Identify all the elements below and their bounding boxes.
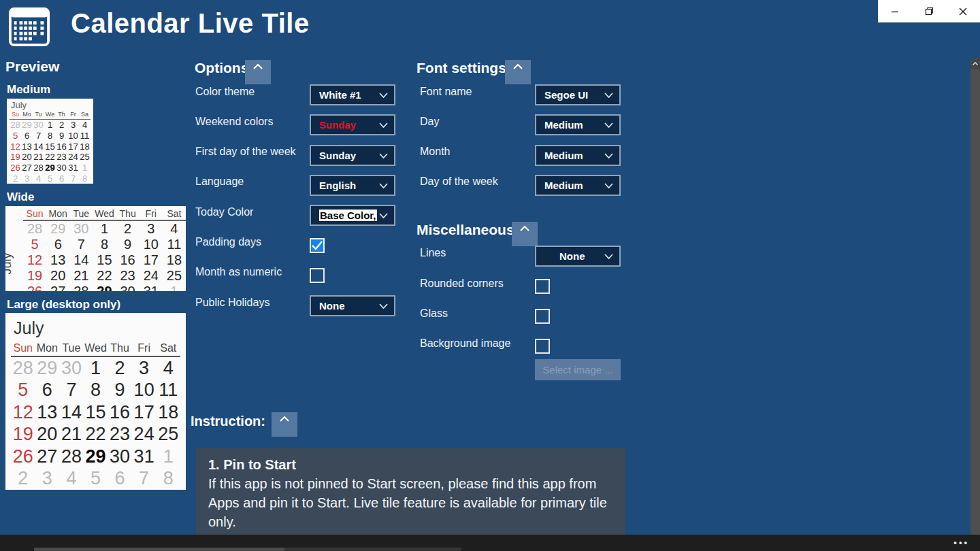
weekday-header-cell: Mon — [35, 340, 60, 356]
day-cell: 26 — [23, 284, 46, 291]
day-cell: 9 — [56, 131, 67, 141]
public-holidays-value: None — [319, 300, 345, 312]
padding-days-label: Padding days — [195, 236, 261, 248]
vertical-scrollbar[interactable] — [970, 58, 980, 535]
month-numeric-checkbox[interactable] — [310, 268, 325, 283]
glass-checkbox[interactable] — [535, 309, 550, 324]
public-holidays-select[interactable]: None — [310, 295, 395, 316]
day-cell: 22 — [44, 152, 56, 162]
weekday-header-cell: Wed — [84, 340, 108, 356]
tile-weekday-header: SunMonTueWedThuFriSat — [23, 207, 186, 221]
day-cell: 23 — [108, 424, 132, 445]
day-cell: 12 — [23, 252, 46, 268]
day-cell: 14 — [33, 141, 44, 152]
rounded-corners-label: Rounded corners — [420, 278, 504, 290]
chevron-down-icon — [379, 93, 388, 98]
day-cell: 30 — [69, 221, 93, 237]
tile-weekday-header: SuMoTuWeThFrSa — [10, 111, 91, 120]
close-button[interactable] — [946, 0, 980, 22]
day-cell: 18 — [156, 402, 180, 423]
day-cell: 23 — [56, 152, 67, 162]
font-name-select[interactable]: Segoe UI — [535, 84, 621, 105]
miscellaneous-collapse-button[interactable] — [512, 222, 538, 246]
background-image-checkbox[interactable] — [535, 339, 550, 354]
window-controls — [878, 0, 980, 22]
day-cell: 3 — [132, 358, 157, 379]
public-holidays-label: Public Holidays — [195, 297, 270, 309]
day-cell: 16 — [108, 402, 132, 423]
language-select[interactable]: English — [310, 175, 395, 196]
day-cell: 4 — [33, 173, 44, 184]
month-numeric-label: Month as numeric — [195, 266, 282, 278]
chevron-down-icon — [379, 122, 388, 128]
day-font-label: Day — [420, 116, 439, 128]
weekday-header-cell: Fri — [140, 207, 163, 220]
options-collapse-button[interactable] — [245, 60, 271, 84]
lines-value: None — [559, 250, 585, 262]
day-cell: 15 — [44, 141, 56, 152]
day-cell: 17 — [132, 402, 157, 423]
restore-icon — [925, 7, 934, 16]
day-cell: 12 — [11, 402, 35, 423]
day-cell: 30 — [116, 284, 140, 291]
day-cell: 1 — [84, 358, 108, 379]
day-cell: 22 — [93, 268, 116, 284]
day-cell: 8 — [44, 131, 56, 141]
first-day-select[interactable]: Sunday — [310, 145, 395, 166]
weekend-colors-select[interactable]: Sunday — [310, 114, 395, 135]
restore-button[interactable] — [912, 0, 946, 22]
today-color-select[interactable]: Base Color, — [310, 205, 395, 226]
day-cell: 31 — [140, 284, 163, 291]
tile-day-grid: 2829301234567891011121314151617181920212… — [10, 120, 91, 184]
day-cell: 6 — [35, 380, 60, 401]
horizontal-scrollbar-thumb[interactable] — [34, 548, 284, 551]
weekday-header-cell: Fri — [132, 340, 157, 356]
weekday-header-cell: Tu — [33, 111, 44, 119]
chevron-down-icon — [379, 153, 388, 158]
rounded-corners-checkbox[interactable] — [535, 279, 550, 294]
day-cell: 11 — [156, 380, 180, 401]
color-theme-label: Color theme — [195, 86, 255, 98]
weekday-header-cell: Sat — [156, 340, 180, 356]
wide-tile-preview: July SunMonTueWedThuFriSat 2829301234567… — [5, 206, 186, 291]
padding-days-checkbox[interactable] — [310, 238, 325, 253]
day-cell: 13 — [35, 402, 60, 423]
weekend-colors-value: Sunday — [319, 119, 356, 131]
color-theme-select[interactable]: White #1 — [310, 84, 395, 105]
day-cell: 26 — [11, 446, 35, 467]
weekend-colors-label: Weekend colors — [195, 116, 273, 128]
app-calendar-icon — [8, 5, 50, 48]
day-of-week-font-select[interactable]: Medium — [535, 175, 621, 196]
chevron-down-icon — [604, 122, 613, 128]
day-cell: 19 — [10, 152, 21, 162]
weekday-header-cell: Thu — [116, 207, 140, 220]
weekday-header-cell: Thu — [108, 340, 132, 356]
instruction-collapse-button[interactable] — [272, 412, 297, 437]
minimize-button[interactable] — [878, 0, 912, 22]
day-font-select[interactable]: Medium — [535, 114, 621, 135]
minimize-icon — [891, 7, 899, 16]
font-settings-collapse-button[interactable] — [505, 60, 531, 84]
select-image-button[interactable]: Select image ... — [535, 359, 621, 380]
weekday-header-cell: Sa — [79, 111, 91, 119]
more-options-button[interactable]: ••• — [953, 537, 969, 548]
day-cell: 27 — [46, 284, 69, 291]
month-font-select[interactable]: Medium — [535, 145, 621, 166]
day-cell: 3 — [21, 173, 33, 184]
day-cell: 22 — [84, 424, 108, 445]
lines-label: Lines — [420, 247, 446, 259]
tile-day-grid: 2829301234567891011121314151617181920212… — [11, 357, 180, 490]
day-cell: 18 — [79, 141, 91, 152]
day-cell: 21 — [33, 152, 44, 162]
horizontal-scrollbar-track[interactable] — [284, 548, 461, 551]
font-settings-heading: Font settings — [416, 60, 506, 76]
lines-select[interactable]: None — [535, 246, 621, 267]
chevron-down-icon — [379, 183, 388, 188]
day-cell: 1 — [156, 446, 180, 467]
today-color-value: Base Color, — [319, 210, 377, 221]
weekday-header-cell: Fr — [67, 111, 79, 119]
scroll-up-arrow-icon[interactable] — [970, 58, 980, 69]
day-cell: 7 — [132, 468, 157, 489]
day-cell: 19 — [23, 268, 46, 284]
font-name-value: Segoe UI — [544, 89, 588, 101]
